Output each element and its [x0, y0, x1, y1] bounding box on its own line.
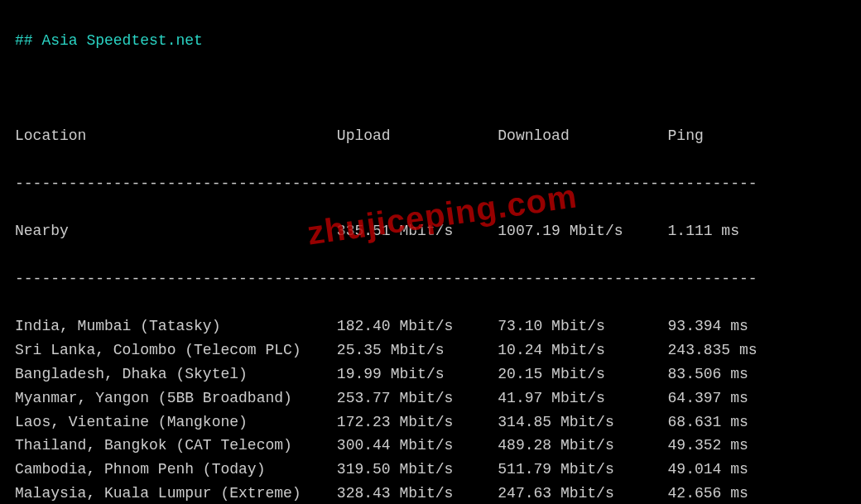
table-row: Thailand, Bangkok (CAT Telecom) 300.44 M… [15, 434, 846, 458]
table-body: India, Mumbai (Tatasky) 182.40 Mbit/s 73… [15, 314, 846, 504]
table-row: Malaysia, Kuala Lumpur (Extreme) 328.43 … [15, 482, 846, 504]
section-title: ## Asia Speedtest.net [15, 32, 203, 49]
table-row: Cambodia, Phnom Penh (Today) 319.50 Mbit… [15, 458, 846, 482]
table-row: Sri Lanka, Colombo (Telecom PLC) 25.35 M… [15, 338, 846, 362]
table-row: Laos, Vientaine (Mangkone) 172.23 Mbit/s… [15, 410, 846, 434]
divider: ----------------------------------------… [15, 172, 846, 196]
divider: ----------------------------------------… [15, 267, 846, 291]
table-row: Myanmar, Yangon (5BB Broadband) 253.77 M… [15, 386, 846, 410]
table-row: India, Mumbai (Tatasky) 182.40 Mbit/s 73… [15, 314, 846, 338]
table-row: Nearby 335.51 Mbit/s 1007.19 Mbit/s 1.11… [15, 219, 846, 243]
terminal-output: ## Asia Speedtest.net Location Upload Do… [0, 0, 861, 504]
table-header: Location Upload Download Ping [15, 124, 846, 148]
table-row: Bangladesh, Dhaka (Skytel) 19.99 Mbit/s … [15, 362, 846, 386]
blank-line [15, 76, 846, 100]
